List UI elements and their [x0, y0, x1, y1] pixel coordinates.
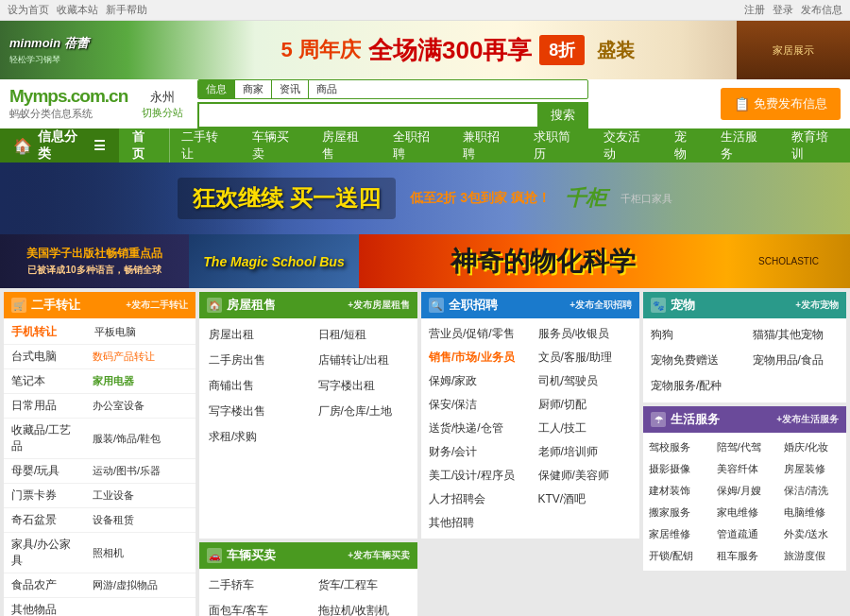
cat-collectibles[interactable]: 收藏品/工艺品 — [4, 419, 89, 458]
cat-mobile[interactable]: 手机转让 — [4, 320, 89, 344]
nav-vehicles[interactable]: 车辆买卖 — [241, 128, 312, 163]
cat-tablet[interactable]: 平板电脑 — [93, 325, 138, 339]
secondhand-add-link[interactable]: +发布二手转让 — [126, 299, 188, 312]
cat-other-jobs[interactable]: 其他招聘 — [421, 511, 531, 535]
nav-tab-info[interactable]: 信息 — [198, 80, 235, 98]
bookmark-link[interactable]: 收藏本站 — [57, 3, 98, 17]
cat-office-sale[interactable]: 写字楼出售 — [199, 399, 309, 424]
cat-cook[interactable]: 厨师/切配 — [531, 393, 640, 417]
cat-industrial[interactable]: 工业设备 — [93, 489, 134, 501]
cat-babysitter[interactable]: 保姆/月嫂 — [711, 480, 779, 502]
cat-pet-goods[interactable]: 宠物用品/食品 — [745, 348, 847, 373]
cat-market[interactable]: 销售/市场/业务员 — [421, 346, 531, 369]
cat-cat[interactable]: 猫猫/其他宠物 — [745, 322, 847, 348]
location-change[interactable]: 切换分站 — [142, 106, 183, 120]
cat-moving[interactable]: 搬家服务 — [643, 502, 711, 523]
cat-pipe[interactable]: 管道疏通 — [711, 523, 779, 545]
nav-parttime[interactable]: 兼职招聘 — [451, 128, 522, 163]
cat-tickets[interactable]: 门票卡券 — [4, 484, 89, 507]
cat-photo[interactable]: 摄影摄像 — [643, 458, 711, 480]
register-link[interactable]: 注册 — [744, 3, 765, 17]
cat-ktv[interactable]: KTV/酒吧 — [531, 488, 640, 511]
nav-fulltime[interactable]: 全职招聘 — [382, 128, 452, 163]
nav-tab-merchant[interactable]: 商家 — [235, 80, 272, 98]
jobs-add-link[interactable]: +发布全职招聘 — [570, 299, 632, 312]
nav-social[interactable]: 交友活动 — [592, 128, 663, 163]
cat-office[interactable]: 办公室设备 — [93, 400, 144, 411]
cat-home-repair[interactable]: 家居维修 — [643, 523, 711, 545]
cat-travel[interactable]: 旅游度假 — [778, 545, 846, 567]
cat-tractor[interactable]: 拖拉机/收割机 — [309, 598, 418, 616]
cat-camera[interactable]: 照相机 — [93, 547, 124, 558]
cat-beauty[interactable]: 保健师/美容师 — [531, 464, 640, 488]
nav-tab-news[interactable]: 资讯 — [272, 80, 309, 98]
cat-digital[interactable]: 数码产品转让 — [93, 351, 155, 362]
cat-delivery[interactable]: 送货/快递/仓管 — [421, 417, 531, 440]
help-link[interactable]: 新手帮助 — [106, 3, 147, 17]
cat-daily-rent[interactable]: 日租/短租 — [309, 322, 418, 348]
cat-truck[interactable]: 货车/工程车 — [309, 573, 418, 598]
cat-other[interactable]: 其他物品 — [4, 598, 89, 616]
search-input[interactable] — [197, 102, 537, 128]
cat-nanny[interactable]: 保姆/家政 — [421, 369, 531, 393]
rental-add-link[interactable]: +发布房屋租售 — [348, 299, 410, 312]
cat-teacher[interactable]: 老师/培训师 — [531, 440, 640, 464]
cat-beauty-slim[interactable]: 美容纤体 — [711, 458, 779, 480]
pets-add-link[interactable]: +发布宠物 — [795, 299, 839, 312]
nav-home[interactable]: 首页 — [119, 128, 170, 163]
cat-laptop[interactable]: 笔记本 — [4, 369, 89, 393]
cat-house-rent[interactable]: 房屋出租 — [199, 322, 309, 348]
category-button[interactable]: 🏠 信息分类 ☰ — [0, 128, 119, 163]
cat-food[interactable]: 食品农产 — [4, 573, 89, 597]
cat-car-rental[interactable]: 租车服务 — [711, 545, 779, 567]
cat-game[interactable]: 网游/虚拟物品 — [93, 579, 158, 590]
cat-driving-school[interactable]: 驾校服务 — [643, 436, 711, 458]
hero-banner-2[interactable]: 美国学子出版社畅销重点品已被译成10多种语言，畅销全球 The Magic Sc… — [0, 234, 850, 288]
cat-sales[interactable]: 营业员/促销/零售 — [421, 322, 531, 346]
cat-shop-transfer[interactable]: 店铺转让/出租 — [309, 348, 418, 373]
cat-stone[interactable]: 奇石盆景 — [4, 508, 89, 532]
cat-office-rent[interactable]: 写字楼出租 — [309, 373, 418, 399]
cat-equipment-rental[interactable]: 设备租赁 — [93, 514, 134, 525]
cat-factory[interactable]: 厂房/仓库/土地 — [309, 399, 418, 424]
cat-find-rent[interactable]: 求租/求购 — [199, 424, 309, 450]
cat-second-house[interactable]: 二手房出售 — [199, 348, 309, 373]
nav-education[interactable]: 教育培训 — [780, 128, 850, 163]
cat-desktop[interactable]: 台式电脑 — [4, 345, 89, 368]
login-link[interactable]: 登录 — [773, 3, 793, 17]
free-publish-button[interactable]: 📋 免费发布信息 — [721, 88, 841, 120]
cat-pet-service[interactable]: 宠物服务/配种 — [643, 373, 745, 399]
cat-locksmith[interactable]: 开锁/配钥 — [643, 545, 711, 567]
cat-renovation[interactable]: 房屋装修 — [778, 458, 846, 480]
cat-clerk[interactable]: 文员/客服/助理 — [531, 346, 640, 369]
cat-finance[interactable]: 财务/会计 — [421, 440, 531, 464]
cat-furniture[interactable]: 家具/办公家具 — [4, 533, 89, 573]
cat-daily[interactable]: 日常用品 — [4, 394, 89, 418]
cat-cleaning[interactable]: 保洁/清洗 — [778, 480, 846, 502]
cat-pet-free[interactable]: 宠物免费赠送 — [643, 348, 745, 373]
nav-rental[interactable]: 房屋租售 — [311, 128, 382, 163]
set-homepage-link[interactable]: 设为首页 — [8, 3, 49, 17]
hero-banner-1[interactable]: 狂欢继续 买一送四 低至2折 3包到家 疯抢！ 千柜 千柜口家具 — [0, 163, 850, 234]
nav-pets[interactable]: 宠物 — [663, 128, 709, 163]
cat-wedding[interactable]: 婚庆/化妆 — [778, 436, 846, 458]
banner-ad[interactable]: minmoin 蓓蕾 轻松学习钢琴 5 周年庆 全场满300再享 8折 盛装 家… — [0, 21, 850, 79]
cat-shop-sale[interactable]: 商铺出售 — [199, 373, 309, 399]
vehicles-add-link[interactable]: +发布车辆买卖 — [348, 549, 410, 562]
cat-clothing[interactable]: 服装/饰品/鞋包 — [93, 433, 161, 444]
cat-sports[interactable]: 运动/图书/乐器 — [93, 465, 161, 476]
nav-life[interactable]: 生活服务 — [709, 128, 780, 163]
cat-used-car[interactable]: 二手轿车 — [199, 573, 309, 598]
cat-minibus[interactable]: 面包车/客车 — [199, 598, 309, 616]
cat-building-material[interactable]: 建材装饰 — [643, 480, 711, 502]
nav-resume[interactable]: 求职简历 — [522, 128, 593, 163]
cat-takeaway[interactable]: 外卖/送水 — [778, 523, 846, 545]
cat-baby[interactable]: 母婴/玩具 — [4, 459, 89, 483]
cat-accompany-drive[interactable]: 陪驾/代驾 — [711, 436, 779, 458]
cat-job-fair[interactable]: 人才招聘会 — [421, 488, 531, 511]
publish-link[interactable]: 发布信息 — [801, 3, 842, 17]
cat-driver[interactable]: 司机/驾驶员 — [531, 369, 640, 393]
cat-security[interactable]: 保安/保洁 — [421, 393, 531, 417]
cat-appliance-repair[interactable]: 家电维修 — [711, 502, 779, 523]
nav-tab-product[interactable]: 商品 — [309, 80, 345, 98]
